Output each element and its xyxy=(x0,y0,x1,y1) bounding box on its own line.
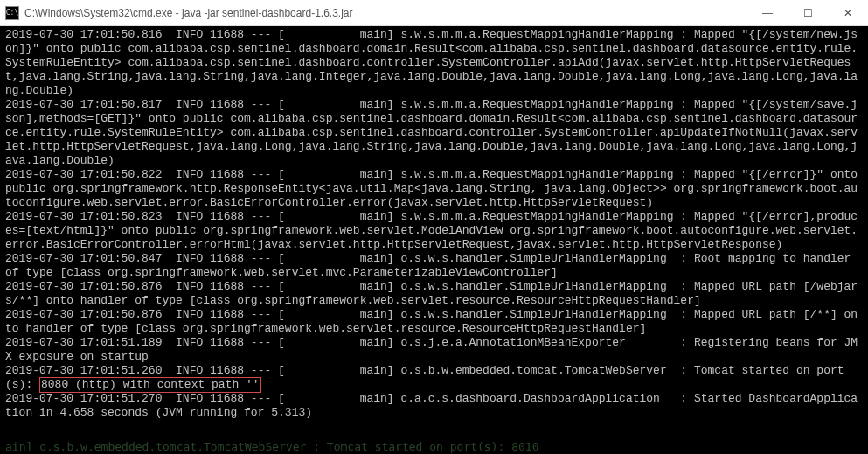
close-button[interactable]: ✕ xyxy=(828,0,868,26)
log-line: 2019-07-30 17:01:50.816 INFO 11688 --- [… xyxy=(5,28,858,97)
log-line: 2019-07-30 17:01:50.822 INFO 11688 --- [… xyxy=(5,168,865,209)
minimize-button[interactable]: — xyxy=(747,0,788,26)
window-title: C:\Windows\System32\cmd.exe - java -jar … xyxy=(24,7,353,19)
log-line: 2019-07-30 17:01:50.823 INFO 11688 --- [… xyxy=(5,210,858,251)
log-line: 2019-07-30 17:01:50.817 INFO 11688 --- [… xyxy=(5,98,858,167)
log-line: 2019-07-30 17:01:50.876 INFO 11688 --- [… xyxy=(5,280,858,307)
cmd-icon: C:\ xyxy=(5,6,19,20)
log-line: 2019-07-30 17:01:51.270 INFO 11688 --- [… xyxy=(5,392,858,419)
maximize-button[interactable]: ☐ xyxy=(788,0,828,26)
window-titlebar: C:\ C:\Windows\System32\cmd.exe - java -… xyxy=(0,0,868,26)
log-line: 2019-07-30 17:01:50.876 INFO 11688 --- [… xyxy=(5,308,858,335)
log-line: 2019-07-30 17:01:50.847 INFO 11688 --- [… xyxy=(5,252,858,279)
titlebar-left: C:\ C:\Windows\System32\cmd.exe - java -… xyxy=(0,6,353,20)
highlighted-port-text: 8080 (http) with context path '' xyxy=(39,377,261,393)
terminal-output[interactable]: 2019-07-30 17:01:50.816 INFO 11688 --- [… xyxy=(0,26,868,454)
titlebar-controls: — ☐ ✕ xyxy=(747,0,868,26)
log-line: 2019-07-30 17:01:51.189 INFO 11688 --- [… xyxy=(5,336,858,363)
